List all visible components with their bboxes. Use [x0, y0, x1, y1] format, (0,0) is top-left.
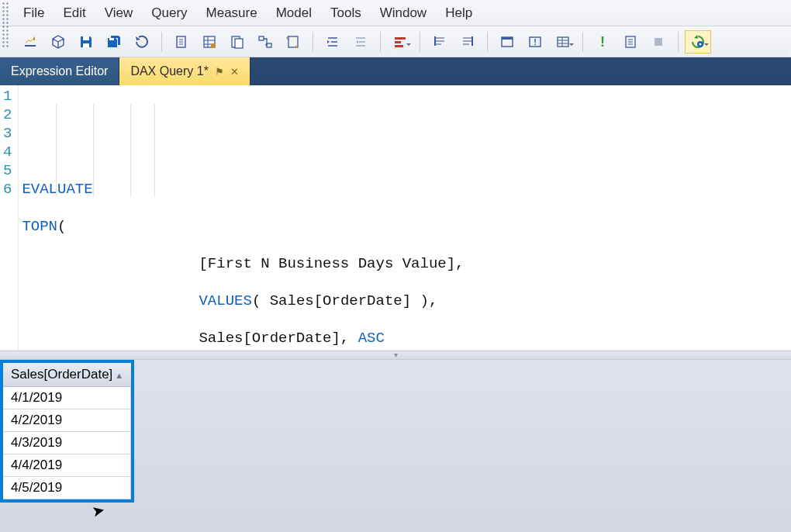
menu-edit[interactable]: Edit — [54, 4, 95, 22]
toolbar-separator — [582, 32, 583, 52]
svg-rect-2 — [83, 43, 89, 47]
svg-text:!: ! — [600, 34, 605, 50]
svg-rect-25 — [395, 41, 401, 43]
script-icon[interactable] — [280, 30, 306, 54]
warning-icon[interactable]: ! — [522, 30, 548, 54]
save-all-icon[interactable] — [101, 30, 127, 54]
undo-icon[interactable] — [129, 30, 155, 54]
column-header[interactable]: Sales[OrderDate]▲ — [3, 363, 131, 387]
stop-icon[interactable] — [645, 30, 672, 54]
dependency-icon[interactable] — [252, 30, 278, 54]
menu-window[interactable]: Window — [371, 4, 436, 22]
pin-icon[interactable]: ⚑ — [215, 66, 224, 78]
menubar: File Edit View Query Measure Model Tools… — [0, 0, 791, 26]
run-query-icon[interactable] — [685, 30, 711, 54]
new-query-icon[interactable] — [17, 30, 43, 54]
grid-cell[interactable]: 4/4/2019 — [3, 454, 131, 477]
svg-text:!: ! — [534, 37, 537, 47]
copy-icon[interactable] — [168, 30, 195, 54]
window-icon[interactable] — [494, 30, 520, 54]
toolbar-separator — [161, 32, 162, 52]
svg-point-12 — [211, 43, 216, 48]
line-gutter: 1 2 3 4 5 6 — [0, 85, 19, 351]
toolbar-grip — [2, 2, 9, 48]
grid-cell[interactable]: 4/3/2019 — [3, 432, 131, 454]
grid-icon[interactable] — [196, 30, 223, 54]
indent-icon[interactable] — [320, 30, 346, 54]
svg-point-50 — [699, 43, 702, 45]
tab-label: DAX Query 1* — [130, 64, 208, 78]
menu-tools[interactable]: Tools — [321, 4, 371, 22]
menu-help[interactable]: Help — [436, 4, 482, 22]
results-pane: Sales[OrderDate]▲ 4/1/2019 4/2/2019 4/3/… — [0, 360, 791, 532]
toolbar-separator — [678, 32, 679, 52]
menu-file[interactable]: File — [14, 4, 54, 22]
svg-rect-17 — [288, 36, 298, 47]
outdent-icon[interactable] — [347, 30, 374, 54]
list-icon[interactable] — [617, 30, 644, 54]
sort-asc-icon: ▲ — [115, 371, 123, 380]
svg-rect-30 — [434, 36, 436, 46]
menu-query[interactable]: Query — [142, 4, 196, 22]
toolbar-separator — [487, 32, 488, 52]
cube-icon[interactable] — [45, 30, 71, 54]
svg-rect-34 — [471, 36, 473, 46]
toolbar-separator — [380, 32, 381, 52]
svg-rect-39 — [558, 37, 568, 47]
results-grid[interactable]: Sales[OrderDate]▲ 4/1/2019 4/2/2019 4/3/… — [0, 360, 134, 503]
properties-icon[interactable] — [550, 30, 576, 54]
mouse-cursor: ➤ — [90, 499, 107, 520]
tab-label: Expression Editor — [11, 64, 108, 78]
close-icon[interactable]: ✕ — [230, 66, 239, 78]
toolbar-separator — [420, 32, 420, 52]
comment-icon[interactable] — [427, 30, 453, 54]
svg-rect-15 — [259, 36, 264, 40]
svg-rect-48 — [655, 38, 662, 46]
info-green-icon[interactable]: ! — [589, 30, 616, 54]
svg-rect-14 — [235, 39, 243, 48]
tab-expression-editor[interactable]: Expression Editor — [0, 57, 119, 85]
svg-rect-24 — [395, 37, 406, 40]
save-icon[interactable] — [73, 30, 99, 54]
format-dax-icon[interactable] — [387, 30, 413, 54]
uncomment-icon[interactable] — [454, 30, 481, 54]
menu-view[interactable]: View — [95, 4, 143, 22]
svg-rect-1 — [83, 36, 89, 40]
code-area[interactable]: EVALUATE TOPN( [First N Business Days Va… — [19, 85, 467, 351]
svg-rect-0 — [25, 45, 36, 47]
grid-cell[interactable]: 4/1/2019 — [3, 387, 131, 409]
menu-model[interactable]: Model — [267, 4, 321, 22]
code-editor[interactable]: 1 2 3 4 5 6 EVALUATE TOPN( [First N Busi… — [0, 85, 791, 351]
svg-rect-16 — [267, 43, 271, 47]
grid-cell[interactable]: 4/2/2019 — [3, 409, 131, 432]
svg-rect-36 — [502, 37, 513, 40]
toolbar-separator — [313, 32, 313, 52]
grid-cell[interactable]: 4/5/2019 — [3, 477, 131, 499]
toolbar: ! ! — [0, 26, 791, 57]
menu-measure[interactable]: Measure — [197, 4, 267, 22]
tab-dax-query[interactable]: DAX Query 1* ⚑ ✕ — [119, 57, 250, 85]
svg-rect-3 — [109, 38, 114, 40]
svg-rect-26 — [395, 45, 403, 47]
tabstrip: Expression Editor DAX Query 1* ⚑ ✕ — [0, 57, 791, 85]
page-icon[interactable] — [224, 30, 250, 54]
